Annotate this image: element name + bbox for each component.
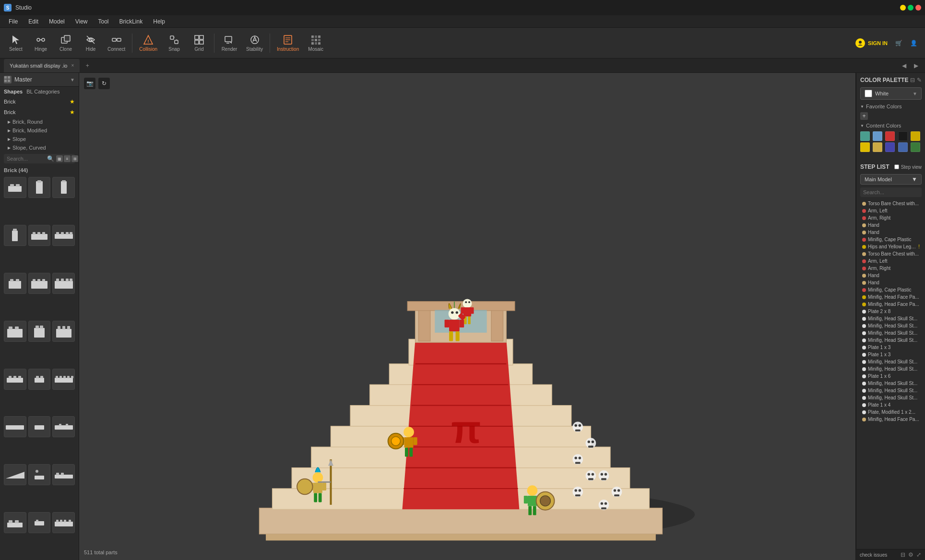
viewport[interactable]: 📷 ↻ [79,73,855,560]
step-list-item-0[interactable]: Torso Bare Chest with... [860,200,922,207]
menu-file[interactable]: File [4,17,23,26]
color-cell-yellow-dark[interactable] [911,131,920,141]
step-list-item-4[interactable]: Hand [860,229,922,236]
step-list-item-5[interactable]: Minifig, Cape Plastic [860,236,922,243]
brick-item-8[interactable] [28,273,51,294]
check-settings-icon[interactable]: ⚙ [908,551,913,558]
step-list-item-9[interactable]: Arm, Right [860,265,922,272]
brick-round-category[interactable]: Brick, Round [0,117,79,126]
brick-item-16[interactable] [4,416,26,437]
detail-view-icon[interactable]: ⊞ [71,155,78,162]
connect-tool[interactable]: Connect [104,30,129,57]
brick-item-15[interactable] [52,369,75,390]
maximize-button[interactable] [908,5,913,11]
step-list-item-13[interactable]: Minifig, Head Face Pa... [860,293,922,301]
brick-item-5[interactable] [28,225,51,246]
step-list-item-26[interactable]: Minifig, Head Skull St... [860,387,922,394]
step-list-item-19[interactable]: Minifig, Head Skull St... [860,337,922,344]
menu-edit[interactable]: Edit [24,17,43,26]
add-favorite-color-button[interactable]: + [860,112,868,120]
master-dropdown[interactable]: Master ▼ [0,73,79,87]
brick-item-12[interactable] [52,321,75,342]
menu-help[interactable]: Help [148,17,170,26]
brick-item-23[interactable] [28,512,51,533]
step-list-item-3[interactable]: Hand [860,222,922,229]
brick-category-1[interactable]: Brick ★ [0,96,79,107]
step-list-item-8[interactable]: Arm, Left [860,257,922,265]
check-minimize-icon[interactable]: ⊟ [901,551,905,558]
profile-icon[interactable]: 👤 [910,40,917,47]
step-list-item-21[interactable]: Plate 1 x 3 [860,351,922,358]
brick-item-2[interactable] [28,177,51,198]
grid-view-icon[interactable]: ▦ [56,155,63,162]
brick-item-18[interactable] [52,416,75,437]
brick-item-4[interactable] [4,225,26,246]
step-list-item-15[interactable]: Plate 2 x 8 [860,308,922,315]
brick-item-10[interactable] [4,321,26,342]
bl-categories-tab[interactable]: BL Categories [26,89,59,94]
content-colors-header[interactable]: Content Colors [860,123,922,128]
camera-button[interactable]: 📷 [84,78,95,89]
brick-item-20[interactable] [28,464,51,485]
step-list-item-18[interactable]: Minifig, Head Skull St... [860,329,922,337]
color-cell-black[interactable] [898,131,908,141]
step-list-item-17[interactable]: Minifig, Head Skull St... [860,322,922,329]
brick-item-17[interactable] [28,416,51,437]
brick-star-1[interactable]: ★ [70,98,75,105]
tab-prev-button[interactable]: ◀ [899,61,909,70]
menu-bricklink[interactable]: BrickLink [115,17,148,26]
brick-search-input[interactable] [7,156,45,162]
sign-in-button[interactable]: SIGN IN [855,38,888,48]
brick-item-19[interactable] [4,464,26,485]
step-list-item-12[interactable]: Minifig, Cape Plastic [860,286,922,293]
palette-filter-icon[interactable]: ⊟ [910,77,915,83]
close-button[interactable] [915,5,921,11]
step-view-checkbox[interactable] [894,164,899,169]
brick-modified-category[interactable]: Brick, Modified [0,126,79,135]
favorite-colors-header[interactable]: Favorite Colors [860,104,922,109]
rotate-button[interactable]: ↻ [98,78,110,89]
select-tool[interactable]: Select [4,30,28,57]
color-cell-red[interactable] [885,131,895,141]
render-tool[interactable]: Render [217,30,241,57]
brick-item-7[interactable] [4,273,26,294]
step-list-item-7[interactable]: Torso Bare Chest with... [860,250,922,257]
slope-category[interactable]: Slope [0,135,79,143]
brick-item-22[interactable] [4,512,26,533]
active-tab[interactable]: Yukatán small display .io × [4,59,80,72]
step-search-input[interactable] [863,189,925,195]
step-list-item-2[interactable]: Arm, Right [860,214,922,222]
tab-next-button[interactable]: ▶ [911,61,921,70]
brick-item-1[interactable] [4,177,26,198]
brick-item-11[interactable] [28,321,51,342]
step-list-item-29[interactable]: Plate, Modified 1 x 2... [860,408,922,416]
cart-icon[interactable]: 🛒 [895,40,902,47]
step-list-item-6[interactable]: Hips and Yellow Legs...! [860,243,922,250]
step-list-item-14[interactable]: Minifig, Head Face Pa... [860,301,922,308]
color-cell-dark-blue[interactable] [885,142,895,152]
color-cell-tan[interactable] [873,142,882,152]
collision-tool[interactable]: ! Collision [135,30,161,57]
hide-tool[interactable]: Hide [79,30,103,57]
brick-item-24[interactable] [52,512,75,533]
step-list-item-28[interactable]: Plate 1 x 4 [860,401,922,408]
color-cell-blue[interactable] [873,131,882,141]
color-cell-medium-blue[interactable] [898,142,908,152]
minimize-button[interactable] [900,5,906,11]
brick-item-13[interactable] [4,369,26,390]
brick-category-2[interactable]: Brick ★ [0,107,79,117]
color-selector[interactable]: White ▼ [860,87,922,100]
brick-item-6[interactable] [52,225,75,246]
tab-close-button[interactable]: × [71,63,74,68]
instruction-tool[interactable]: Instruction [273,30,303,57]
clone-tool[interactable]: Clone [54,30,78,57]
hinge-tool[interactable]: Hinge [29,30,53,57]
model-dropdown[interactable]: Main Model ▼ [860,174,922,185]
step-list-item-24[interactable]: Plate 1 x 6 [860,373,922,380]
step-list-item-23[interactable]: Minifig, Head Skull St... [860,365,922,373]
slope-curved-category[interactable]: Slope, Curved [0,143,79,152]
step-list-item-16[interactable]: Minifig, Head Skull St... [860,315,922,322]
color-cell-teal[interactable] [860,131,870,141]
color-cell-green[interactable] [911,142,920,152]
step-list-item-1[interactable]: Arm, Left [860,207,922,214]
